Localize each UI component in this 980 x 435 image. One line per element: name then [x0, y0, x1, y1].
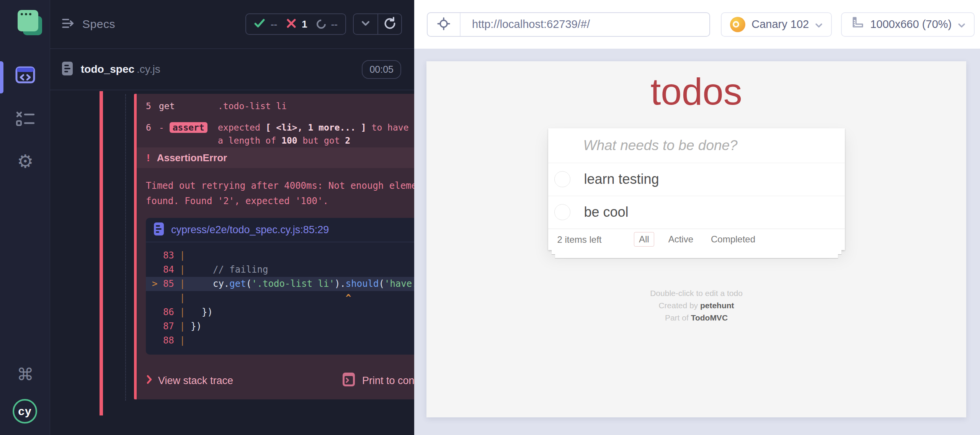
line-pipe: | [174, 335, 191, 346]
command-log-row[interactable]: 5get.todo-list li2 [137, 96, 443, 118]
passed-icon [254, 18, 265, 30]
info-line: Created by petehunt [650, 299, 743, 312]
view-stack-trace-button[interactable]: View stack trace [147, 375, 233, 387]
rerun-button[interactable] [377, 14, 401, 34]
failed-icon [286, 18, 296, 30]
test-list-icon [15, 111, 35, 128]
page-title: Specs [82, 18, 115, 31]
todo-app: todos learn testingbe cool 2 items left … [426, 61, 966, 417]
sidebar-item-runs[interactable] [15, 110, 36, 129]
error-message: Timed out retrying after 4000ms: Not eno… [146, 178, 437, 209]
view-stack-trace-label: View stack trace [158, 375, 233, 387]
crosshair-icon [437, 17, 450, 32]
code-token: get [229, 278, 246, 289]
info-line: Part of TodoMVC [650, 312, 743, 324]
code-token: }) [191, 307, 213, 317]
info-link[interactable]: petehunt [700, 301, 734, 310]
error-file-link[interactable]: cypress/e2e/todo_spec.cy.js:85:29 [171, 224, 329, 236]
filter-all[interactable]: All [634, 232, 654, 247]
selector-playground-button[interactable] [428, 13, 461, 36]
command-message: .todo-list li [218, 100, 411, 113]
line-marker [152, 264, 163, 275]
active-nav-indicator [0, 61, 3, 93]
info-text: Created by [658, 301, 700, 310]
info-link[interactable]: TodoMVC [691, 313, 728, 322]
chrome-canary-icon [730, 17, 745, 32]
todo-list: learn testingbe cool [548, 163, 845, 229]
command-dash: - [159, 123, 170, 132]
aut-viewport: todos learn testingbe cool 2 items left … [414, 49, 980, 435]
code-token: should [346, 278, 379, 289]
line-pipe: | [174, 293, 191, 303]
assertion-error-block: ! AssertionError Timed out retrying afte… [134, 147, 443, 399]
reporter-panel: Specs -- 1 -- [50, 0, 414, 435]
collapse-all-button[interactable] [354, 14, 377, 34]
gear-icon: ⚙ [17, 152, 33, 171]
todo-item-label[interactable]: be cool [584, 204, 629, 220]
spec-duration-badge: 00:05 [362, 60, 401, 79]
error-header: ! AssertionError [137, 147, 443, 168]
caret-pad [191, 293, 346, 303]
viewport-selector[interactable]: 1000x660 (70%) [841, 12, 975, 37]
command-log-row[interactable]: 6- assertexpected [ <li>, 1 more... ] to… [137, 118, 443, 149]
todo-filters: AllActiveCompleted [634, 232, 759, 247]
line-number [163, 293, 174, 303]
code-snippet: 83 | 84 | // failing> 85 | cy.get('.todo… [146, 242, 434, 355]
ruler-icon [850, 16, 864, 33]
filter-active[interactable]: Active [665, 232, 697, 247]
code-token: ( [246, 278, 252, 289]
sidebar-item-settings[interactable]: ⚙ [15, 152, 36, 172]
todo-toggle-checkbox[interactable] [554, 204, 570, 220]
line-marker [152, 321, 163, 332]
code-token: }) [191, 321, 202, 332]
info-line: Double-click to edit a todo [650, 287, 743, 299]
line-number: 83 [163, 250, 174, 261]
message-part: [ <li>, 1 more... ] [266, 123, 366, 132]
command-icon: ⌘ [17, 366, 34, 383]
code-token: '.todo-list li' [252, 278, 335, 289]
error-title: AssertionError [157, 152, 227, 164]
code-line: | ^ [146, 291, 434, 305]
sidebar: ⚙ ⌘ cy [0, 0, 50, 435]
spec-file-row[interactable]: todo_spec .cy.js 00:05 [50, 49, 414, 90]
sidebar-item-specs[interactable] [15, 66, 36, 86]
todo-item-label[interactable]: learn testing [584, 171, 659, 187]
line-marker [152, 250, 163, 261]
info-text: Double-click to edit a todo [650, 289, 743, 298]
new-todo-input[interactable] [548, 128, 845, 163]
line-number: 85 [163, 278, 174, 289]
todo-app-info: Double-click to edit a todoCreated by pe… [650, 287, 743, 324]
message-part: 100 [281, 136, 297, 146]
code-token [191, 278, 213, 289]
chevron-down-icon [958, 18, 965, 31]
chevron-down-icon [815, 18, 823, 31]
card-stack-effect [548, 250, 845, 258]
code-token: ( [379, 278, 384, 289]
assert-badge: assert [170, 122, 207, 133]
browser-selector[interactable]: Canary 102 [721, 12, 832, 37]
line-pipe: | [174, 307, 191, 317]
todo-toggle-checkbox[interactable] [554, 171, 570, 187]
line-number: 86 [163, 307, 174, 317]
cypress-logo[interactable]: cy [13, 399, 37, 424]
line-number: 87 [163, 321, 174, 332]
code-token: ) [335, 278, 340, 289]
line-marker [152, 293, 163, 303]
filter-completed[interactable]: Completed [707, 232, 759, 247]
keyboard-shortcuts-button[interactable]: ⌘ [15, 365, 36, 384]
url-input[interactable]: http://localhost:62739/#/ [461, 18, 590, 31]
test-stats[interactable]: -- 1 -- [245, 13, 346, 35]
code-line: 88 | [146, 334, 434, 348]
cypress-logo-text: cy [18, 405, 31, 418]
collapse-specs-icon[interactable] [62, 17, 76, 31]
todo-item: be cool [548, 196, 845, 229]
pending-count: -- [331, 18, 338, 30]
code-token: . [340, 278, 345, 289]
browser-header: http://localhost:62739/#/ Canary 102 100… [414, 0, 980, 49]
code-frame-header: cypress/e2e/todo_spec.cy.js:85:29 [146, 218, 434, 242]
file-icon [154, 222, 164, 237]
line-marker [152, 307, 163, 317]
todo-footer: 2 items left AllActiveCompleted [548, 229, 845, 250]
run-controls [353, 13, 402, 35]
passed-count: -- [271, 18, 277, 30]
